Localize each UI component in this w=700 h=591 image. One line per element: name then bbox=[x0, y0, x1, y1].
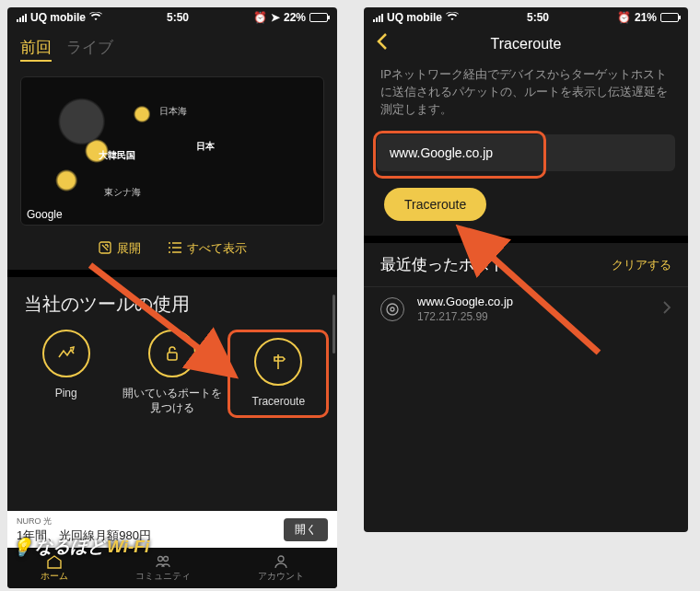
watermark-text-a: なるほど bbox=[35, 535, 105, 559]
host-input-value: www.Google.co.jp bbox=[390, 145, 493, 160]
traceroute-label: Traceroute bbox=[252, 395, 306, 410]
svg-rect-1 bbox=[168, 353, 177, 360]
map-label-east-china: 東シナ海 bbox=[104, 186, 141, 199]
nav-home-label: ホーム bbox=[41, 570, 68, 583]
map-card[interactable]: 日本海 大韓民国 日本 東シナ海 Google bbox=[20, 76, 324, 226]
signal-icon bbox=[373, 14, 383, 22]
tool-open-ports[interactable]: 開いているポートを見つける bbox=[122, 330, 223, 418]
tools-row: Ping 開いているポートを見つける Traceroute bbox=[7, 326, 337, 435]
signal-icon bbox=[17, 14, 27, 22]
alarm-icon: ⏰ bbox=[617, 11, 631, 24]
tool-traceroute[interactable]: Traceroute bbox=[228, 330, 329, 418]
open-ports-label: 開いているポートを見つける bbox=[122, 387, 223, 415]
tab-live[interactable]: ライブ bbox=[66, 37, 113, 62]
screen-header: Traceroute bbox=[364, 28, 688, 61]
nav-account[interactable]: アカウント bbox=[258, 554, 304, 583]
wifi-icon bbox=[89, 11, 102, 24]
carrier-label: UQ mobile bbox=[387, 11, 442, 24]
nav-community-label: コミュニティ bbox=[135, 570, 191, 583]
tools-heading: 当社のツールの使用 bbox=[7, 277, 337, 326]
recent-host-name: www.Google.co.jp bbox=[417, 295, 649, 308]
wifi-icon bbox=[446, 11, 459, 24]
description-text: IPネットワーク経由でデバイスからターゲットホストに送信されるパケットの、ルート… bbox=[364, 61, 688, 131]
lock-open-icon bbox=[148, 330, 196, 377]
tab-previous[interactable]: 前回 bbox=[20, 37, 52, 62]
svg-point-4 bbox=[278, 556, 284, 562]
battery-icon bbox=[309, 13, 328, 22]
home-tabs: 前回 ライブ bbox=[7, 28, 337, 71]
clock: 5:50 bbox=[167, 11, 189, 24]
map-label-japan: 日本 bbox=[196, 140, 215, 153]
show-all-label: すべて表示 bbox=[187, 240, 247, 257]
target-icon bbox=[380, 297, 404, 321]
chevron-right-icon bbox=[662, 300, 671, 319]
screen-traceroute: UQ mobile 5:50 ⏰ 21% Traceroute IPネットワーク… bbox=[364, 7, 688, 532]
alarm-icon: ⏰ bbox=[253, 11, 267, 24]
nav-account-label: アカウント bbox=[258, 570, 304, 583]
list-icon bbox=[169, 242, 181, 256]
battery-pct: 21% bbox=[635, 11, 657, 24]
battery-icon bbox=[660, 13, 679, 22]
clock: 5:50 bbox=[527, 11, 549, 24]
clear-button[interactable]: クリアする bbox=[612, 257, 671, 273]
host-input[interactable]: www.Google.co.jp bbox=[377, 134, 675, 171]
account-icon bbox=[273, 554, 289, 569]
show-all-button[interactable]: すべて表示 bbox=[169, 240, 247, 257]
screen-title: Traceroute bbox=[364, 36, 688, 52]
status-bar: UQ mobile 5:50 ⏰ ➤ 22% bbox=[7, 7, 337, 28]
map-actions: 展開 すべて表示 bbox=[7, 231, 337, 270]
recent-host-item[interactable]: www.Google.co.jp 172.217.25.99 bbox=[364, 286, 688, 330]
community-icon bbox=[155, 554, 171, 569]
battery-pct: 22% bbox=[284, 11, 306, 24]
divider bbox=[7, 270, 337, 277]
ping-label: Ping bbox=[55, 387, 77, 401]
carrier-label: UQ mobile bbox=[30, 11, 86, 24]
ad-brand: NURO 光 bbox=[17, 516, 151, 527]
expand-icon bbox=[99, 241, 111, 257]
divider bbox=[364, 236, 688, 243]
map-attribution: Google bbox=[27, 208, 63, 221]
scrollbar[interactable] bbox=[332, 295, 335, 353]
tool-ping[interactable]: Ping bbox=[16, 330, 117, 418]
ad-open-button[interactable]: 開く bbox=[284, 518, 328, 541]
svg-point-7 bbox=[391, 307, 394, 311]
traceroute-button[interactable]: Traceroute bbox=[384, 188, 486, 221]
status-bar: UQ mobile 5:50 ⏰ 21% bbox=[364, 7, 688, 28]
recent-hosts-header: 最近使ったホスト クリアする bbox=[364, 243, 688, 286]
svg-point-2 bbox=[158, 556, 162, 561]
expand-button[interactable]: 展開 bbox=[99, 240, 141, 257]
map-label-japan-sea: 日本海 bbox=[159, 105, 187, 118]
recent-host-ip: 172.217.25.99 bbox=[417, 310, 649, 323]
map-label-korea: 大韓民国 bbox=[99, 149, 135, 162]
recent-hosts-title: 最近使ったホスト bbox=[380, 254, 506, 275]
signpost-icon bbox=[254, 338, 302, 386]
watermark: 💡 なるほど Wi-Fi bbox=[11, 535, 149, 559]
expand-label: 展開 bbox=[117, 240, 141, 257]
ping-icon bbox=[42, 330, 90, 377]
svg-point-6 bbox=[387, 304, 398, 315]
watermark-text-b: Wi-Fi bbox=[107, 537, 149, 557]
bulb-icon: 💡 bbox=[11, 537, 33, 558]
screen-home: UQ mobile 5:50 ⏰ ➤ 22% 前回 ライブ 日本海 大韓民国 日… bbox=[7, 7, 337, 588]
location-icon: ➤ bbox=[271, 11, 280, 24]
svg-point-3 bbox=[163, 556, 168, 561]
